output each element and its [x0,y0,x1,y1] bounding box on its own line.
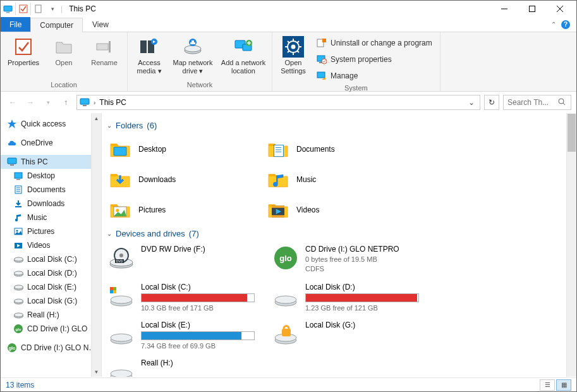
ribbon-collapse-icon[interactable]: ⌃ [551,21,556,28]
sidebar-item-local-disk-d-[interactable]: Local Disk (D:) [1,266,101,280]
drive-c[interactable]: Local Disk (C:) 10.3 GB free of 171 GB [106,280,270,318]
svg-point-52 [15,219,18,221]
folders-section-header[interactable]: ⌄ Folders (6) [106,117,570,134]
content-pane[interactable]: ⌄ Folders (6) DesktopDocumentsDownloadsM… [102,113,576,377]
map-drive-button[interactable]: Map network drive ▾ [169,35,216,76]
svg-rect-80 [272,215,284,217]
manage-icon [317,71,327,81]
address-bar[interactable]: › This PC ⌄ [76,95,480,110]
drive-e[interactable]: Local Disk (E:) 7.34 GB free of 69.9 GB [106,318,270,356]
manage-button[interactable]: Manage [313,69,436,83]
nav-up-button[interactable]: ↑ [59,95,73,109]
sidebar-item-cd-drive-i-glo[interactable]: gloCD Drive (I:) GLO [1,322,101,336]
folder-downloads[interactable]: Downloads [106,164,264,195]
svg-rect-45 [15,173,22,178]
sidebar-item-music[interactable]: Music [1,211,101,224]
svg-rect-44 [10,164,14,166]
refresh-button[interactable]: ↻ [484,95,499,110]
qat-new-icon[interactable] [33,3,46,15]
sidebar-item-quick-access[interactable]: Quick access [1,117,101,131]
minimize-button[interactable] [490,1,518,17]
qat-dropdown-icon[interactable]: ▾ [49,6,57,12]
svg-point-77 [116,209,119,212]
search-box[interactable] [503,95,571,110]
sidebar-item-desktop[interactable]: Desktop [1,169,101,183]
window-title: This PC [69,4,96,13]
svg-rect-5 [530,6,535,12]
item-icon [13,185,23,195]
address-text: This PC [99,98,126,107]
sidebar-item-local-disk-g-[interactable]: Local Disk (G:) [1,294,101,308]
open-label: Open [56,59,73,67]
address-dropdown-icon[interactable]: ⌄ [466,98,477,107]
nav-forward-button[interactable]: → [23,95,37,109]
app-icon [3,3,16,15]
item-icon [13,226,23,236]
item-icon: glo [13,324,23,334]
view-tiles-button[interactable]: ▦ [556,379,571,391]
dvd-drive-icon: DVD [108,245,135,271]
access-media-button[interactable]: Access media ▾ [131,35,167,76]
drive-g[interactable]: Local Disk (G:) [270,318,434,356]
maximize-button[interactable] [518,1,546,17]
uninstall-program-button[interactable]: Uninstall or change a program [313,36,436,50]
svg-text:glo: glo [279,254,292,263]
folder-videos[interactable]: Videos [264,195,422,225]
sidebar-item-onedrive[interactable]: OneDrive [1,136,101,150]
sidebar-scrollbar[interactable]: ▲ ▼ [91,113,101,377]
sidebar-item-this-pc[interactable]: This PC [1,155,101,169]
open-settings-button[interactable]: Open Settings [276,35,310,76]
svg-rect-71 [274,145,283,156]
item-icon [13,310,23,320]
svg-point-85 [119,254,123,257]
svg-rect-1 [6,12,10,13]
access-media-label: Access media ▾ [133,59,166,75]
close-button[interactable] [546,1,574,17]
rename-button: Rename [85,35,123,68]
drive-h[interactable]: Reall (H:) [106,356,270,377]
sidebar-item-videos[interactable]: Videos [1,238,101,252]
help-icon[interactable]: ? [561,20,570,29]
properties-button[interactable]: Properties [4,35,42,68]
folder-desktop[interactable]: Desktop [106,134,264,164]
folder-pictures[interactable]: Pictures [106,195,264,225]
sidebar-item-downloads[interactable]: Downloads [1,197,101,211]
svg-rect-94 [113,287,116,290]
svg-rect-103 [282,329,291,336]
nav-recent-button[interactable]: ▾ [41,95,55,109]
item-icon [13,282,23,292]
folder-icon [266,137,290,161]
system-properties-button[interactable]: System properties [313,52,436,66]
item-icon [13,212,23,223]
location-group-label: Location [51,80,77,90]
svg-text:DVD: DVD [116,259,123,263]
folder-music[interactable]: Music [264,164,422,195]
drives-section-header[interactable]: ⌄ Devices and drives (7) [106,225,570,242]
navigation-pane[interactable]: Quick access OneDrive This PC DesktopDoc… [1,113,102,377]
sidebar-item-reall-h-[interactable]: Reall (H:) [1,308,101,322]
sidebar-item-local-disk-e-[interactable]: Local Disk (E:) [1,280,101,294]
nav-back-button[interactable]: ← [6,95,20,109]
drive-dvd[interactable]: DVD DVD RW Drive (F:) [106,242,270,280]
glo-icon: glo [7,343,17,353]
sidebar-item-cd-drive-glo[interactable]: glo CD Drive (I:) GLO NETPRO [1,341,101,355]
quick-access-icon [7,119,17,129]
search-input[interactable] [507,98,552,107]
view-tab[interactable]: View [83,17,118,32]
sidebar-item-pictures[interactable]: Pictures [1,224,101,238]
svg-rect-3 [35,5,41,13]
qat-properties-icon[interactable] [18,3,31,15]
add-network-location-button[interactable]: Add a network location [219,35,268,76]
file-tab[interactable]: File [1,17,30,32]
svg-rect-79 [272,205,284,207]
folder-documents[interactable]: Documents [264,134,422,164]
computer-tab[interactable]: Computer [30,18,83,32]
sidebar-item-local-disk-c-[interactable]: Local Disk (C:) [1,252,101,266]
view-details-button[interactable]: ☰ [540,379,555,391]
drive-d[interactable]: Local Disk (D:) 1.23 GB free of 121 GB [270,280,434,318]
content-scrollbar[interactable] [566,113,576,377]
svg-rect-38 [317,72,325,78]
drive-glo[interactable]: glo CD Drive (I:) GLO NETPRO 0 bytes fre… [270,242,434,280]
svg-point-57 [14,257,23,261]
sidebar-item-documents[interactable]: Documents [1,183,101,197]
